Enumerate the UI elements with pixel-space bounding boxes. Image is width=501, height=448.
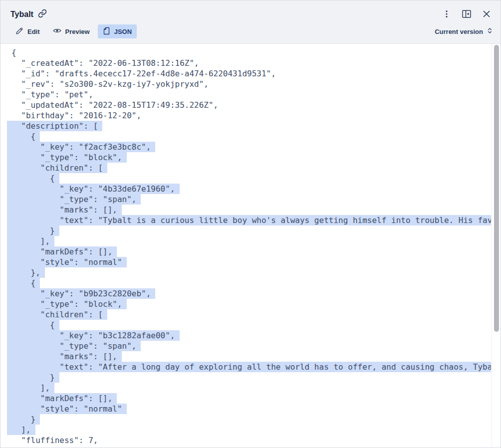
json-line: "_type": "span", <box>11 341 491 351</box>
json-line: "birthday": "2016-12-20", <box>11 110 491 121</box>
eye-icon <box>53 26 61 36</box>
json-line: "children": [ <box>11 163 491 173</box>
json-line: "_type": "pet", <box>11 89 491 100</box>
json-line: "children": [ <box>11 309 491 320</box>
link-icon <box>38 9 47 20</box>
json-line: "_key": "f2acf3e3bc8c", <box>11 142 491 152</box>
scrollbar-thumb[interactable] <box>494 45 499 332</box>
document-title: Tybalt <box>10 9 47 20</box>
json-line: { <box>11 173 491 184</box>
json-line: "marks": [], <box>11 351 491 362</box>
json-line: "marks": [], <box>11 205 491 215</box>
json-line: "text": "After a long day of exploring a… <box>11 362 491 372</box>
json-line: "_id": "drafts.4ececc17-22ef-4d8e-a474-6… <box>11 68 491 79</box>
json-line: "fluffiness": 7, <box>11 435 491 446</box>
json-line: { <box>11 278 491 288</box>
pencil-icon <box>15 27 23 36</box>
json-line: "style": "normal" <box>11 404 491 414</box>
json-line: { <box>11 320 491 330</box>
tab-json[interactable]: JSON <box>98 24 137 38</box>
tab-preview-label: Preview <box>65 28 90 35</box>
json-line: { <box>11 131 491 142</box>
json-line: "_key": "4b33de67e1960", <box>11 184 491 194</box>
json-line: ], <box>11 425 491 435</box>
version-selector-label: Current version <box>435 28 483 35</box>
split-pane-add-icon <box>461 8 472 21</box>
json-line: "markDefs": [], <box>11 393 491 404</box>
close-icon <box>482 9 491 20</box>
json-line: "markDefs": [], <box>11 246 491 257</box>
document-icon <box>103 27 110 36</box>
json-line: "_type": "block", <box>11 152 491 163</box>
json-line: ], <box>11 236 491 246</box>
menu-button[interactable] <box>439 6 455 22</box>
json-line: }, <box>11 267 491 278</box>
select-chevrons-icon <box>486 27 494 36</box>
view-tabs: Edit Preview <box>10 24 137 38</box>
json-inspector: { "_createdAt": "2022-06-13T08:12:16Z", … <box>0 44 501 448</box>
tab-preview[interactable]: Preview <box>48 24 95 38</box>
split-pane-button[interactable] <box>459 6 475 22</box>
json-line: "_rev": "s2o300-s2v-kzg-iy7-yokjpryxd", <box>11 79 491 89</box>
close-button[interactable] <box>479 6 495 22</box>
json-line: "style": "normal" <box>11 257 491 267</box>
document-pane: Tybalt <box>0 0 501 448</box>
json-line: "_updatedAt": "2022-08-15T17:49:35.226Z"… <box>11 100 491 110</box>
json-line: } <box>11 414 491 425</box>
document-title-text: Tybalt <box>10 10 33 19</box>
json-line: "_type": "block", <box>11 299 491 309</box>
tab-edit-label: Edit <box>27 28 40 35</box>
json-line: "_type": "span", <box>11 194 491 205</box>
kebab-menu-icon <box>442 9 451 20</box>
header-actions <box>439 6 495 22</box>
json-code[interactable]: { "_createdAt": "2022-06-13T08:12:16Z", … <box>0 44 491 448</box>
json-line: } <box>11 225 491 236</box>
json-line: { <box>11 47 491 58</box>
json-line: "description": [ <box>11 121 491 131</box>
json-line: "_key": "b3c1282afae00", <box>11 330 491 341</box>
pane-header: Tybalt <box>0 0 501 44</box>
version-selector[interactable]: Current version <box>434 25 495 38</box>
json-line: "_key": "b9b23c2820eb", <box>11 288 491 299</box>
json-line: "_createdAt": "2022-06-13T08:12:16Z", <box>11 58 491 68</box>
vertical-scrollbar[interactable] <box>492 44 501 448</box>
json-line: "interests": [ <box>11 446 491 448</box>
tab-json-label: JSON <box>114 28 132 35</box>
json-line: "text": "Tybalt is a curious little boy … <box>11 215 491 225</box>
tab-edit[interactable]: Edit <box>10 24 45 38</box>
json-line: } <box>11 372 491 383</box>
json-line: ], <box>11 383 491 393</box>
